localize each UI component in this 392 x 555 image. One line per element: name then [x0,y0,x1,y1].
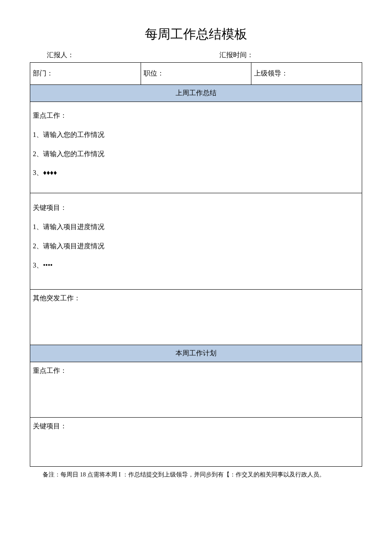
position-cell[interactable]: 职位： [141,63,251,85]
footnote-text: 备注：每周日 18 点需将本周 I ：作总结提交到上级领导，并同步到有【：作交叉… [30,470,362,479]
last-week-section-header: 上周工作总结 [30,85,362,102]
key-work-item2: 2、请输入您的工作情况 [33,145,359,164]
key-project-item1: 1、请输入项目进度情况 [33,218,359,237]
header-row: 汇报人： 汇报时间： [30,51,362,60]
supervisor-cell[interactable]: 上级领导： [251,63,362,85]
key-work-item3: 3、♦♦♦♦ [33,163,359,183]
this-week-section-header: 本周工作计划 [30,345,362,362]
key-work-label: 重点工作： [33,106,359,125]
key-project-item3: 3、•••• [33,256,359,275]
last-week-other-work-cell[interactable]: 其他突发工作： [30,290,362,345]
info-row: 部门： 职位： 上级领导： [30,63,362,85]
this-week-key-project-label: 关键项目： [33,422,359,431]
reporter-label: 汇报人： [47,51,173,60]
this-week-key-project-cell[interactable]: 关键项目： [30,418,362,467]
document-title: 每周工作总结模板 [30,26,362,43]
this-week-key-work-cell[interactable]: 重点工作： [30,362,362,418]
this-week-key-work-label: 重点工作： [33,366,359,375]
report-table: 部门： 职位： 上级领导： 上周工作总结 重点工作： 1、请输入您的工作情况 2… [30,62,362,467]
department-cell[interactable]: 部门： [30,63,141,85]
key-project-item2: 2、请输入项目进度情况 [33,237,359,256]
key-work-item1: 1、请输入您的工作情况 [33,125,359,145]
other-work-label: 其他突发工作： [33,294,359,303]
last-week-key-work-cell[interactable]: 重点工作： 1、请输入您的工作情况 2、请输入您的工作情况 3、♦♦♦♦ [30,102,362,193]
key-project-label: 关键项目： [33,198,359,218]
report-time-label: 汇报时间： [173,51,345,60]
last-week-key-project-cell[interactable]: 关键项目： 1、请输入项目进度情况 2、请输入项目进度情况 3、•••• [30,193,362,290]
